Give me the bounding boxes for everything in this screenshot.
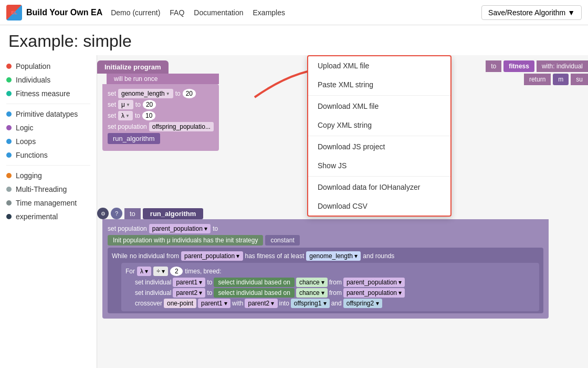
genome-val[interactable]: 20: [183, 89, 196, 98]
offspring-pop-field[interactable]: offspring_populatio...: [149, 122, 214, 131]
parent2-ref-label: parent2 ▾: [248, 300, 274, 307]
parent-pop-field2[interactable]: parent_population ▾: [343, 288, 405, 298]
set-label-genome: set: [108, 90, 116, 97]
sidebar-label-logging: Logging: [16, 171, 42, 180]
page-title: Example: simple: [0, 25, 588, 55]
run-algo-block[interactable]: run_algorithm: [108, 133, 160, 144]
sidebar-item-functions[interactable]: Functions: [0, 148, 97, 162]
lambda-row: set λ ▼ to 10: [108, 111, 214, 120]
menu-download-js[interactable]: Download JS project: [308, 137, 450, 156]
two-val[interactable]: 2: [170, 267, 183, 276]
init-pop-row: Init population with μ individuals has t…: [108, 235, 543, 246]
while-parent-pop[interactable]: parent_population ▾: [181, 251, 243, 261]
sidebar-label-mt: Multi-Threading: [16, 185, 67, 193]
sidebar-label-individuals: Individuals: [16, 76, 50, 84]
one-point-field[interactable]: one-point: [164, 299, 196, 308]
nav-demo[interactable]: Demo (current): [111, 8, 160, 17]
to-fitness-label: to: [486, 60, 501, 72]
menu-upload-xml[interactable]: Upload XML file: [308, 56, 450, 75]
crossover-label: crossover: [135, 300, 162, 307]
chance1-label: chance ▾: [299, 279, 324, 286]
while-row: While no individual from parent_populati…: [112, 251, 539, 261]
menu-download-ioh[interactable]: Download data for IOHanalyzer: [308, 178, 450, 197]
run-algo-row: run_algorithm: [108, 133, 214, 144]
fitness-dot: [6, 91, 12, 96]
population-dot: [6, 64, 12, 69]
menu-sep-2: [308, 136, 450, 136]
lambda-val[interactable]: 10: [142, 111, 155, 120]
and-label: and: [331, 300, 342, 307]
genome-field[interactable]: genome_length ▼: [118, 89, 173, 98]
nav-examples[interactable]: Examples: [253, 8, 285, 17]
mu-field[interactable]: μ ▼: [118, 100, 133, 109]
from-label2: from: [329, 289, 342, 297]
lambda-tri: ▼: [125, 114, 130, 118]
menu-show-js[interactable]: Show JS: [308, 156, 450, 175]
offspring2-field[interactable]: offspring2 ▾: [343, 299, 382, 308]
sidebar-item-individuals[interactable]: Individuals: [0, 73, 97, 87]
fitness-badge[interactable]: fitness: [503, 60, 534, 72]
population-row: set population offspring_populatio...: [108, 122, 214, 131]
set-label-lambda: set: [108, 112, 116, 119]
parent2-label: parent2 ▾: [176, 289, 202, 297]
sidebar-item-logic[interactable]: Logic: [0, 121, 97, 135]
sidebar-item-population[interactable]: Population: [0, 59, 97, 73]
genome-length-label: genome_length ▾: [309, 252, 358, 260]
parent2-ref-field[interactable]: parent2 ▾: [245, 299, 277, 308]
parent-pop-field[interactable]: parent_population ▾: [149, 224, 211, 233]
parent2-field[interactable]: parent2 ▾: [173, 288, 205, 298]
sidebar-item-time[interactable]: Time management: [0, 196, 97, 210]
divide-field[interactable]: ÷ ▾: [153, 267, 168, 276]
sidebar-label-logic: Logic: [16, 124, 33, 132]
sidebar-item-multithreading[interactable]: Multi-Threading: [0, 182, 97, 196]
sidebar-item-loops[interactable]: Loops: [0, 135, 97, 148]
parent1-ref-field[interactable]: parent1 ▾: [198, 299, 230, 308]
lambda-for-field[interactable]: λ ▾: [137, 267, 151, 276]
sidebar-item-fitness[interactable]: Fitness measure: [0, 87, 97, 100]
init-pop-block[interactable]: Init population with μ individuals has t…: [108, 235, 263, 246]
run-algorithm-name[interactable]: run_algorithm: [143, 208, 203, 219]
sidebar-label-time: Time management: [16, 199, 77, 207]
sidebar-label-loops: Loops: [16, 137, 36, 146]
lambda-field[interactable]: λ ▼: [118, 111, 133, 120]
exp-dot: [6, 214, 12, 219]
nav-links: Demo (current) FAQ Documentation Example…: [111, 8, 285, 17]
sidebar-label-functions: Functions: [16, 151, 48, 159]
init-subheader: will be run once: [107, 74, 219, 84]
constant-block[interactable]: constant: [265, 235, 299, 246]
parent1-ref-label: parent1 ▾: [201, 300, 227, 307]
sidebar-divider-2: [6, 165, 90, 166]
select-individual2[interactable]: select individual based on: [214, 288, 294, 298]
nav-docs[interactable]: Documentation: [194, 8, 243, 17]
and-rounds-label: and rounds: [363, 252, 394, 260]
menu-paste-xml[interactable]: Paste XML string: [308, 75, 450, 94]
mu-row: set μ ▼ to 20: [108, 100, 214, 109]
parent-pop-field1[interactable]: parent_population ▾: [343, 278, 405, 287]
menu-download-csv[interactable]: Download CSV: [308, 197, 450, 216]
genome-length-field[interactable]: genome_length ▾: [306, 251, 361, 261]
navbar: EL Build Your Own EA Demo (current) FAQ …: [0, 0, 588, 25]
mu-label: μ: [121, 101, 125, 108]
chance2-field[interactable]: chance ▾: [296, 288, 328, 298]
question-icon: ?: [111, 208, 122, 219]
save-restore-label: Save/Restore Algorithm: [488, 8, 565, 17]
mu-val[interactable]: 20: [143, 100, 156, 109]
while-block: While no individual from parent_populati…: [108, 248, 543, 313]
menu-download-xml[interactable]: Download XML file: [308, 97, 450, 116]
to2-label: to: [213, 225, 218, 232]
save-restore-button[interactable]: Save/Restore Algorithm ▼: [481, 5, 582, 20]
sidebar-label-experimental: experimental: [16, 212, 58, 221]
sidebar-item-logging[interactable]: Logging: [0, 169, 97, 182]
for-row: For λ ▾ ÷ ▾ 2 times, breed:: [125, 267, 535, 276]
parent1-field[interactable]: parent1 ▾: [173, 278, 205, 287]
offspring1-field[interactable]: offspring1 ▾: [291, 299, 330, 308]
run-body: set population parent_population ▾ to In…: [102, 219, 549, 319]
config-icon: ⚙: [97, 208, 109, 219]
nav-faq[interactable]: FAQ: [170, 8, 184, 17]
sidebar-item-experimental[interactable]: experimental: [0, 210, 97, 223]
to-ind-label2: to: [207, 289, 212, 297]
sidebar-item-primitives[interactable]: Primitive datatypes: [0, 107, 97, 121]
select-individual1[interactable]: select individual based on: [214, 278, 294, 287]
chance1-field[interactable]: chance ▾: [296, 278, 328, 287]
menu-copy-xml[interactable]: Copy XML string: [308, 116, 450, 135]
